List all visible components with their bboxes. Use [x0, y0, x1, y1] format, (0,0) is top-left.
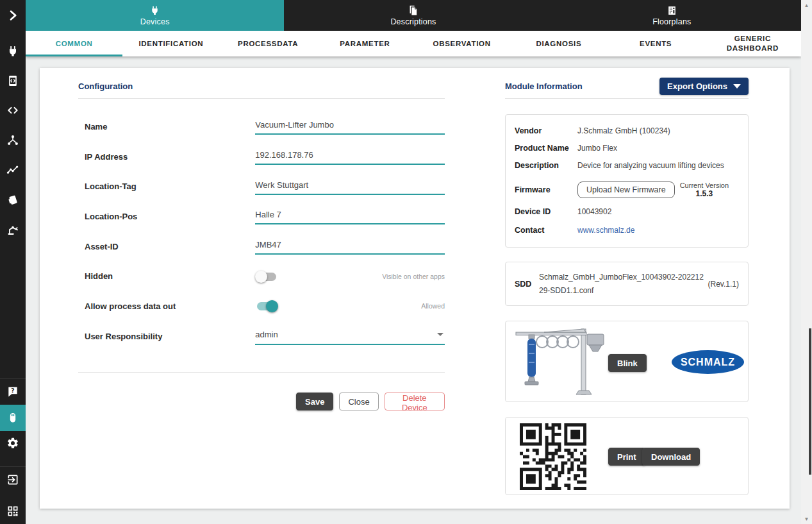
tab-common[interactable]: COMMON [26, 31, 122, 56]
delete-device-button[interactable]: Delete Device [385, 393, 445, 410]
product-name-value: Jumbo Flex [577, 144, 617, 153]
current-version-label: Current Version [680, 182, 729, 189]
vacuum-lifter-icon[interactable] [0, 405, 26, 430]
form-row-user-responsibility: User Responsibility admin [78, 321, 445, 351]
ip-address-label: IP Address [85, 152, 255, 162]
scrollbar-thumb[interactable] [809, 328, 811, 475]
location-tag-input[interactable] [255, 178, 445, 195]
print-button[interactable]: Print [608, 448, 645, 466]
location-pos-label: Location-Pos [85, 212, 255, 221]
devices-icon[interactable] [0, 38, 26, 64]
close-button[interactable]: Close [339, 393, 378, 410]
process-toggle[interactable] [255, 300, 278, 312]
vendor-value: J.Schmalz GmbH (100234) [577, 126, 670, 135]
device-manager-icon[interactable] [0, 68, 26, 94]
expand-sidebar-icon[interactable] [0, 3, 26, 28]
qr-card: Print Download [505, 417, 749, 495]
asset-id-label: Asset-ID [85, 242, 255, 251]
divider [78, 372, 445, 373]
tab-events[interactable]: EVENTS [608, 31, 704, 56]
form-row-name: Name [78, 112, 445, 142]
module-information-title: Module Information [505, 81, 583, 91]
device-tab-strip: COMMON IDENTIFICATION PROCESSDATA PARAME… [26, 31, 801, 56]
firmware-label: Firmware [515, 185, 577, 194]
vendor-label: Vendor [515, 126, 577, 135]
tab-devices[interactable]: Devices [26, 0, 284, 31]
module-info-card: Vendor J.Schmalz GmbH (100234) Product N… [505, 114, 749, 248]
tab-descriptions[interactable]: Descriptions [284, 0, 542, 31]
configuration-section: Configuration Name IP Address Location-T… [78, 68, 445, 509]
hidden-toggle[interactable] [255, 270, 278, 283]
robot-arm-icon[interactable] [0, 217, 26, 242]
allow-process-data-label: Allow process data out [85, 301, 255, 311]
description-row: Description Device for analyzing vacuum … [506, 161, 748, 170]
vendor-row: Vendor J.Schmalz GmbH (100234) [506, 126, 748, 135]
scroll-up-arrow-icon[interactable]: ▲ [801, 0, 812, 10]
process-hint: Allowed [421, 302, 445, 310]
tab-floorplans[interactable]: Floorplans [543, 0, 801, 31]
tab-diagnosis[interactable]: DIAGNOSIS [510, 31, 607, 56]
product-name-row: Product Name Jumbo Flex [506, 144, 748, 153]
name-input[interactable] [255, 118, 445, 135]
firmware-row: Firmware Upload New Firmware Current Ver… [506, 182, 748, 198]
code-icon[interactable] [0, 97, 26, 123]
sdd-filename: Schmalz_GmbH_JumboFlex_10043902-20221229… [539, 271, 704, 298]
contact-row: Contact www.schmalz.de [506, 226, 748, 235]
tab-identification[interactable]: IDENTIFICATION [122, 31, 219, 56]
hidden-hint: Visible on other apps [382, 273, 445, 280]
user-responsibility-value: admin [255, 330, 278, 339]
device-id-label: Device ID [515, 207, 577, 216]
form-row-location-pos: Location-Pos [78, 201, 445, 232]
configuration-title: Configuration [78, 81, 133, 91]
settings-icon[interactable] [0, 430, 26, 456]
top-navigation: Devices Descriptions Floorplans [26, 0, 801, 31]
tab-floorplans-label: Floorplans [652, 17, 691, 26]
scroll-down-arrow-icon[interactable]: ▼ [801, 514, 812, 524]
device-image-card: Blink SCHMALZ [505, 321, 749, 402]
page-scrollbar[interactable]: ▲ ▼ [801, 0, 812, 524]
schmalz-logo: SCHMALZ [672, 350, 744, 374]
location-tag-label: Location-Tag [85, 182, 255, 191]
form-row-asset-id: Asset-ID [78, 232, 445, 262]
tab-generic-dashboard[interactable]: GENERIC DASHBOARD [704, 31, 801, 56]
help-icon[interactable]: ? [0, 379, 26, 405]
product-name-label: Product Name [515, 144, 577, 153]
upload-firmware-button[interactable]: Upload New Firmware [577, 182, 675, 198]
tab-parameter[interactable]: PARAMETER [317, 31, 413, 56]
save-button[interactable]: Save [296, 393, 333, 410]
svg-text:?: ? [11, 387, 14, 394]
module-information-section: Module Information Export Options Vendor… [505, 68, 749, 509]
qr-code [520, 423, 586, 490]
blink-button[interactable]: Blink [608, 354, 647, 372]
divider [78, 98, 445, 99]
documentation-icon[interactable] [0, 187, 26, 213]
network-icon[interactable] [0, 128, 26, 153]
contact-link[interactable]: www.schmalz.de [577, 226, 634, 235]
form-row-ip: IP Address [78, 142, 445, 172]
caret-down-icon [733, 84, 741, 89]
tab-descriptions-label: Descriptions [390, 17, 436, 26]
description-label: Description [515, 161, 577, 170]
divider [505, 98, 749, 99]
analytics-icon[interactable] [0, 157, 26, 183]
asset-id-input[interactable] [255, 238, 445, 255]
logout-icon[interactable] [0, 467, 26, 493]
name-label: Name [85, 122, 255, 131]
current-version-value: 1.5.3 [696, 189, 713, 198]
export-options-button[interactable]: Export Options [659, 78, 749, 95]
user-responsibility-label: User Responsibility [85, 332, 255, 341]
ip-address-input[interactable] [255, 148, 445, 165]
qr-scanner-icon[interactable] [0, 498, 26, 524]
tab-processdata[interactable]: PROCESSDATA [220, 31, 317, 56]
hidden-label: Hidden [85, 271, 255, 281]
tab-observation[interactable]: OBSERVATION [413, 31, 510, 56]
device-id-row: Device ID 10043902 [506, 207, 748, 216]
dropdown-arrow-icon [437, 333, 443, 336]
location-pos-input[interactable] [255, 208, 445, 224]
device-image [512, 325, 608, 399]
contact-label: Contact [515, 226, 577, 235]
device-id-value: 10043902 [577, 207, 611, 216]
floorplan-icon [667, 5, 677, 16]
user-responsibility-select[interactable]: admin [255, 328, 445, 345]
download-button[interactable]: Download [642, 448, 700, 466]
